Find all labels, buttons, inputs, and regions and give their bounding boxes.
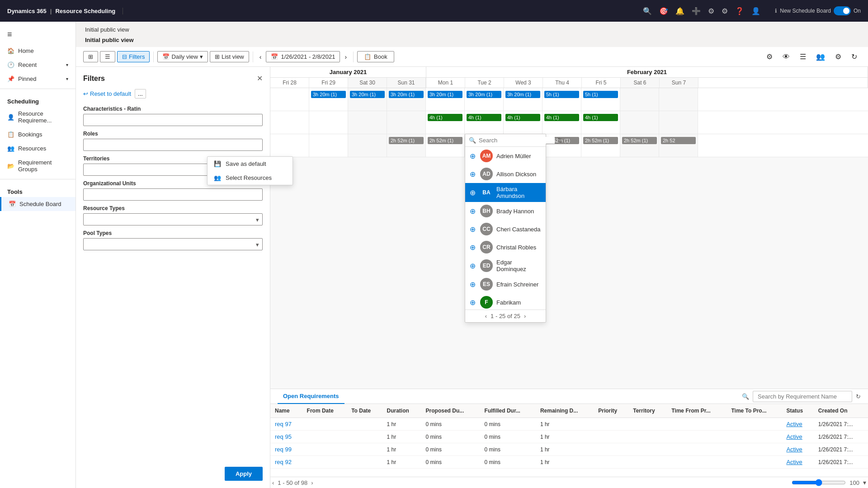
resource-item[interactable]: ⊕EDEdgar Dominquez <box>465 256 546 275</box>
tab-open-requirements[interactable]: Open Requirements <box>278 389 344 404</box>
bell-icon[interactable]: 🔔 <box>675 7 684 15</box>
booking-chip[interactable]: 2h 52m (1) <box>583 137 618 144</box>
org-units-input[interactable] <box>83 188 263 201</box>
target-icon[interactable]: 🎯 <box>659 7 668 15</box>
sidebar-item-bookings[interactable]: 📋 Bookings <box>0 127 75 141</box>
booking-chip[interactable]: 2h 52 <box>661 137 696 144</box>
daily-view-button[interactable]: 📅 Daily view ▾ <box>157 51 208 62</box>
refresh-button[interactable]: ↻ <box>848 51 861 63</box>
help-icon[interactable]: ❓ <box>735 7 744 15</box>
app-brand-name[interactable]: Dynamics 365 <box>7 8 47 14</box>
booking-chip[interactable]: 4h (1) <box>544 114 579 121</box>
cell-r3-feb6[interactable]: 2h 52m (1) <box>620 134 659 157</box>
cell-r2-feb1[interactable]: 4h (1) <box>426 111 465 134</box>
grid-view-button[interactable]: ⊞ <box>83 51 98 62</box>
cell-r1-feb4[interactable]: 5h (1) <box>542 88 581 111</box>
sidebar-item-home[interactable]: 🏠 Home <box>0 44 75 58</box>
requirement-link[interactable]: req 95 <box>275 433 292 440</box>
booking-chip[interactable]: 3h 20m (1) <box>505 91 540 98</box>
collapse-button[interactable]: ▾ <box>863 479 866 486</box>
requirement-link[interactable]: req 99 <box>275 446 292 453</box>
status-badge[interactable]: Active <box>786 421 802 427</box>
resource-next-icon[interactable]: › <box>524 313 526 319</box>
book-button[interactable]: 📋 Book <box>357 51 394 62</box>
filter-icon[interactable]: ⚙ <box>708 7 714 15</box>
status-badge[interactable]: Active <box>786 446 802 453</box>
swap-icon[interactable]: ⇅ <box>557 137 562 144</box>
resource-filter-button[interactable]: ⚙ <box>763 51 776 63</box>
cell-r1-jan30[interactable]: 3h 20m (1) <box>348 88 387 111</box>
booking-chip[interactable]: 2h 52m (1) <box>428 137 462 144</box>
date-prev-button[interactable]: ‹ <box>257 52 264 62</box>
save-as-default-item[interactable]: 💾 Save as default <box>208 157 292 171</box>
sidebar-item-resource-requirements[interactable]: 👤 Resource Requireme... <box>0 107 75 127</box>
settings-icon[interactable]: ⚙ <box>722 7 728 15</box>
booking-chip[interactable]: 4h (1) <box>467 114 501 121</box>
status-badge[interactable]: Active <box>786 459 802 465</box>
resource-item[interactable]: ⊕BHBrady Hannon <box>465 202 546 220</box>
date-next-button[interactable]: › <box>342 52 349 62</box>
requirement-search-input[interactable] <box>753 391 852 402</box>
cell-r3-feb1[interactable]: 2h 52m (1) <box>426 134 465 157</box>
list-view-toggle-button[interactable]: ☰ <box>100 51 115 62</box>
sidebar-item-requirement-groups[interactable]: 📂 Requirement Groups <box>0 155 75 176</box>
search-icon[interactable]: 🔍 <box>643 7 652 15</box>
list-view-button[interactable]: ⊞ List view <box>210 51 249 62</box>
booking-chip[interactable]: 3h 20m (1) <box>350 91 385 98</box>
sidebar-item-schedule-board[interactable]: 📅 Schedule Board <box>0 197 75 211</box>
resource-item[interactable]: ⊕BABárbara Amundson <box>465 183 546 202</box>
req-prev-icon[interactable]: ‹ <box>272 479 274 486</box>
roles-input[interactable] <box>83 139 263 151</box>
filter-close-button[interactable]: ✕ <box>257 74 263 83</box>
req-next-icon[interactable]: › <box>311 479 313 486</box>
resource-prev-icon[interactable]: ‹ <box>485 313 487 319</box>
cell-r3-feb7[interactable]: 2h 52 <box>659 134 698 157</box>
cell-r3-feb5[interactable]: 2h 52m (1) <box>581 134 620 157</box>
booking-chip[interactable]: 2h 52m (1) <box>622 137 657 144</box>
cell-r2-feb2[interactable]: 4h (1) <box>465 111 504 134</box>
sidebar-item-recent[interactable]: 🕐 Recent ▾ <box>0 58 75 72</box>
booking-chip[interactable]: 3h 20m (1) <box>467 91 501 98</box>
characteristics-input[interactable] <box>83 114 263 126</box>
sidebar-item-pinned[interactable]: 📌 Pinned ▾ <box>0 72 75 86</box>
refresh-req-icon[interactable]: ↻ <box>856 393 861 400</box>
booking-chip[interactable]: 5h (1) <box>583 91 618 98</box>
cell-r1-feb2[interactable]: 3h 20m (1) <box>465 88 504 111</box>
user-icon[interactable]: 👤 <box>751 7 760 15</box>
status-badge[interactable]: Active <box>786 433 802 440</box>
cell-r2-feb4[interactable]: 4h (1) <box>542 111 581 134</box>
booking-chip[interactable]: 2h 52m (1) <box>389 137 424 144</box>
booking-chip[interactable]: 4h (1) <box>428 114 462 121</box>
booking-chip[interactable]: 3h 20m (1) <box>428 91 462 98</box>
columns-button[interactable]: ☰ <box>796 51 810 63</box>
resource-search-input[interactable] <box>479 137 555 144</box>
cell-r1-feb5[interactable]: 5h (1) <box>581 88 620 111</box>
cell-r1-jan29[interactable]: 3h 20m (1) <box>309 88 348 111</box>
booking-chip[interactable]: 3h 20m (1) <box>311 91 346 98</box>
resource-item[interactable]: ⊕ESEfrain Schreiner <box>465 275 546 293</box>
booking-chip[interactable]: 4h (1) <box>583 114 618 121</box>
zoom-slider[interactable] <box>792 479 846 486</box>
cell-r1-feb1[interactable]: 3h 20m (1) <box>426 88 465 111</box>
cell-r1-feb3[interactable]: 3h 20m (1) <box>504 88 542 111</box>
reset-to-default-button[interactable]: ↩ Reset to default <box>83 90 131 97</box>
filter-more-button[interactable]: ... <box>135 89 146 99</box>
resource-item[interactable]: ⊕CCCheri Castaneda <box>465 220 546 238</box>
resource-item[interactable]: ⊕ADAllison Dickson <box>465 165 546 183</box>
cell-r2-feb5[interactable]: 4h (1) <box>581 111 620 134</box>
resource-types-select[interactable] <box>83 213 263 225</box>
select-resources-item[interactable]: 👥 Select Resources <box>208 171 292 185</box>
cell-r3-jan31[interactable]: 2h 52m (1) <box>387 134 426 157</box>
date-range-picker[interactable]: 📅 1/26/2021 - 2/8/2021 <box>266 51 340 62</box>
booking-chip[interactable]: 3h 20m (1) <box>389 91 424 98</box>
booking-chip[interactable]: 4h (1) <box>505 114 540 121</box>
hamburger-menu[interactable]: ≡ <box>0 25 75 44</box>
view-options-button[interactable]: 👁 <box>779 51 793 63</box>
settings-board-button[interactable]: ⚙ <box>831 51 845 63</box>
resource-item[interactable]: ⊕FFabrikam <box>465 293 546 310</box>
resource-item[interactable]: ⊕AMAdrien Müller <box>465 147 546 165</box>
pool-types-select[interactable] <box>83 238 263 250</box>
resource-item[interactable]: ⊕CRChristal Robles <box>465 238 546 256</box>
apply-button[interactable]: Apply <box>225 467 263 481</box>
cell-r2-feb3[interactable]: 4h (1) <box>504 111 542 134</box>
